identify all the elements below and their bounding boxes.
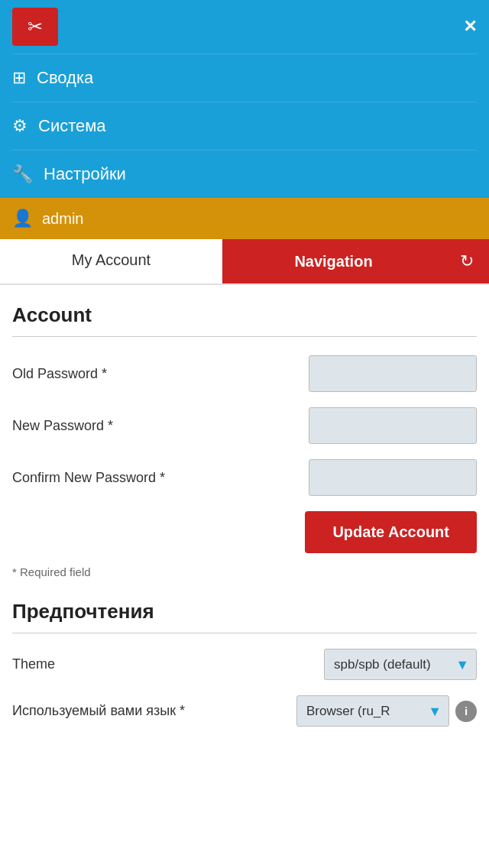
account-divider xyxy=(12,336,477,337)
old-password-input[interactable] xyxy=(309,355,477,392)
confirm-password-input[interactable] xyxy=(309,459,477,496)
admin-username: admin xyxy=(42,210,83,228)
logo-row: ✂ ✕ xyxy=(12,0,477,53)
refresh-button[interactable]: ↻ xyxy=(445,239,489,283)
theme-row: Theme spb/spb (default)defaultdark ▼ xyxy=(12,649,477,680)
preferences-section: Предпочтения Theme spb/spb (default)defa… xyxy=(12,600,477,727)
tab-my-account-label: My Account xyxy=(72,251,151,269)
theme-select[interactable]: spb/spb (default)defaultdark xyxy=(324,649,477,680)
sidebar-item-label: Настройки xyxy=(44,164,126,184)
sidebar-item-svodka[interactable]: ⊞ Сводка xyxy=(12,54,477,102)
tab-navigation-label: Navigation xyxy=(294,253,372,270)
wrench-icon: 🔧 xyxy=(12,164,33,184)
theme-select-wrapper: spb/spb (default)defaultdark ▼ xyxy=(324,649,477,680)
top-header: ✂ ✕ ⊞ Сводка ⚙ Система 🔧 Настройки xyxy=(0,0,489,198)
language-select-wrapper: Browser (ru_REnglishRussian ▼ xyxy=(296,695,449,727)
close-button[interactable]: ✕ xyxy=(463,18,477,35)
gear-icon: ⚙ xyxy=(12,116,28,136)
preferences-divider xyxy=(12,633,477,633)
admin-bar: 👤 admin xyxy=(0,198,489,239)
language-label: Используемый вами язык * xyxy=(12,703,290,719)
sidebar-item-label: Сводка xyxy=(37,68,93,88)
old-password-label: Old Password * xyxy=(12,366,107,382)
new-password-label: New Password * xyxy=(12,418,113,434)
account-section: Account Old Password * New Password * Co… xyxy=(12,303,477,578)
sidebar-item-label: Система xyxy=(38,116,106,136)
language-row: Используемый вами язык * Browser (ru_REn… xyxy=(12,695,477,727)
confirm-password-row: Confirm New Password * xyxy=(12,459,477,496)
old-password-row: Old Password * xyxy=(12,355,477,392)
grid-icon: ⊞ xyxy=(12,68,26,88)
logo-icon: ✂ xyxy=(28,16,43,37)
user-icon: 👤 xyxy=(12,209,33,228)
refresh-icon: ↻ xyxy=(460,251,474,271)
tab-my-account[interactable]: My Account xyxy=(0,239,222,283)
sidebar-item-nastroyki[interactable]: 🔧 Настройки xyxy=(12,151,477,198)
required-note: * Required field xyxy=(12,565,477,578)
confirm-password-label: Confirm New Password * xyxy=(12,470,165,486)
logo-box: ✂ xyxy=(12,8,58,46)
new-password-row: New Password * xyxy=(12,407,477,444)
update-account-button[interactable]: Update Account xyxy=(305,511,477,553)
theme-label: Theme xyxy=(12,656,55,672)
language-info-icon[interactable]: i xyxy=(455,701,477,722)
sidebar-item-sistema[interactable]: ⚙ Система xyxy=(12,102,477,150)
tab-navigation[interactable]: Navigation xyxy=(222,239,445,283)
language-select[interactable]: Browser (ru_REnglishRussian xyxy=(296,695,449,727)
new-password-input[interactable] xyxy=(309,407,477,444)
preferences-title: Предпочтения xyxy=(12,600,477,623)
main-content: Account Old Password * New Password * Co… xyxy=(0,285,489,745)
tabs-row: My Account Navigation ↻ xyxy=(0,239,489,285)
account-title: Account xyxy=(12,303,477,327)
